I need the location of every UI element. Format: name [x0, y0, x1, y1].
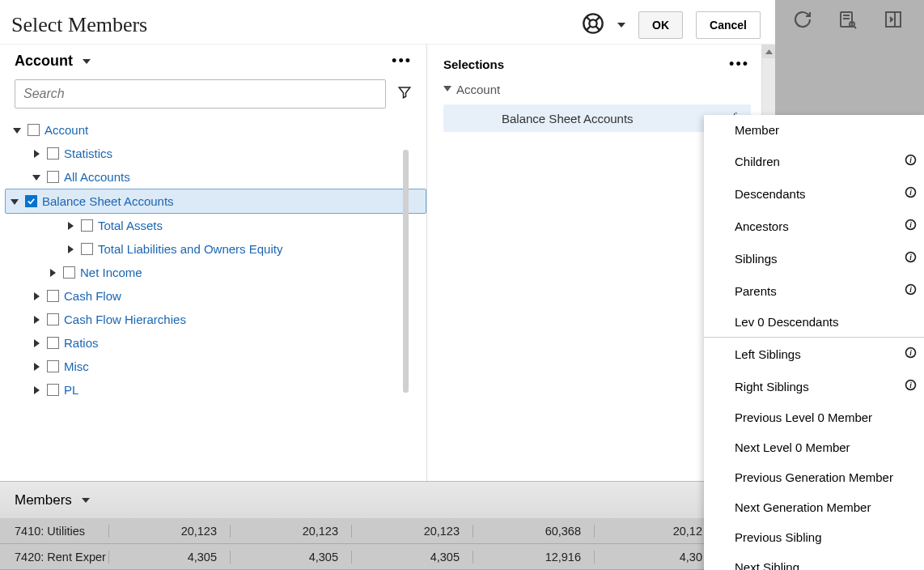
ok-button[interactable]: OK — [638, 11, 683, 39]
tree-item-label: Account — [45, 123, 88, 137]
info-icon[interactable]: i — [904, 185, 918, 202]
tree-item[interactable]: Net Income — [8, 261, 426, 284]
expand-icon[interactable] — [31, 385, 42, 396]
menu-item-label: Left Siblings — [735, 347, 801, 361]
tree-checkbox[interactable] — [81, 243, 93, 255]
search-doc-icon — [837, 8, 859, 31]
collapse-icon[interactable] — [9, 196, 20, 207]
menu-item[interactable]: Left Siblingsi — [704, 338, 924, 370]
menu-item-label: Next Level 0 Member — [735, 440, 850, 454]
search-input[interactable] — [15, 79, 386, 108]
menu-item[interactable]: Next Level 0 Member — [704, 432, 924, 462]
tree-checkbox[interactable] — [47, 171, 59, 183]
tree-checkbox[interactable] — [47, 290, 59, 302]
data-cell: 20,123 — [230, 525, 351, 538]
menu-item[interactable]: Childreni — [704, 145, 924, 177]
tree-checkbox[interactable] — [63, 266, 75, 279]
data-cell: 20,123 — [108, 525, 230, 538]
expand-icon[interactable] — [31, 338, 42, 349]
selection-dimension[interactable]: Account — [443, 79, 751, 104]
menu-item[interactable]: Descendantsi — [704, 177, 924, 210]
svg-line-10 — [596, 27, 600, 31]
filter-icon[interactable] — [397, 85, 412, 103]
cancel-button[interactable]: Cancel — [696, 11, 761, 39]
svg-line-12 — [596, 17, 600, 21]
menu-item-label: Member — [735, 123, 779, 137]
dimension-selector[interactable]: Account — [15, 53, 91, 70]
menu-item-label: Previous Level 0 Member — [735, 410, 872, 424]
tree-item[interactable]: All Accounts — [8, 165, 426, 189]
expand-icon[interactable] — [65, 220, 76, 232]
collapse-icon[interactable] — [11, 125, 23, 136]
expand-icon[interactable] — [31, 291, 42, 302]
tree-item[interactable]: Cash Flow Hierarchies — [8, 308, 426, 331]
data-cell: 4,305 — [230, 551, 351, 564]
info-icon[interactable]: i — [904, 283, 918, 299]
tree-checkbox[interactable] — [47, 360, 59, 372]
info-icon[interactable]: i — [904, 378, 918, 394]
left-more-icon[interactable]: ••• — [392, 53, 412, 70]
menu-item[interactable]: Lev 0 Descendants — [704, 307, 924, 337]
refresh-icon — [791, 8, 814, 31]
tree-checkbox[interactable] — [47, 384, 59, 396]
tree-item-label: Misc — [64, 359, 89, 373]
menu-item-label: Previous Generation Member — [735, 470, 893, 484]
info-icon[interactable]: i — [904, 153, 918, 169]
tree-checkbox[interactable] — [47, 313, 59, 325]
data-cell: 60,368 — [473, 525, 594, 538]
members-caret-icon[interactable] — [82, 498, 90, 503]
collapse-icon[interactable] — [31, 172, 42, 183]
info-icon[interactable]: i — [904, 218, 918, 234]
svg-text:i: i — [909, 381, 912, 389]
tree-item[interactable]: Account — [8, 118, 426, 142]
tree-scrollbar[interactable] — [403, 150, 409, 393]
menu-item[interactable]: Siblingsi — [704, 242, 924, 274]
scroll-up-icon[interactable] — [762, 45, 775, 58]
menu-item[interactable]: Right Siblingsi — [704, 370, 924, 402]
tree-checkbox[interactable] — [47, 337, 59, 349]
members-bar-label: Members — [15, 492, 72, 508]
info-icon[interactable]: i — [904, 346, 918, 362]
tree-item[interactable]: Cash Flow — [8, 284, 426, 308]
right-more-icon[interactable]: ••• — [729, 56, 749, 73]
expand-icon[interactable] — [31, 361, 42, 372]
tree-item[interactable]: Total Liabilities and Owners Equity — [8, 237, 426, 261]
menu-item-label: Siblings — [735, 252, 778, 266]
tree-checkbox[interactable] — [81, 219, 93, 232]
data-cell: 4,30 — [594, 551, 715, 564]
tree-item-label: Balance Sheet Accounts — [42, 194, 174, 208]
svg-text:i: i — [909, 156, 912, 164]
menu-item[interactable]: Previous Generation Member — [704, 462, 924, 492]
menu-item[interactable]: Next Generation Member — [704, 492, 924, 522]
tree-checkbox[interactable] — [28, 124, 40, 136]
tree-checkbox[interactable] — [47, 147, 59, 160]
svg-text:i: i — [909, 349, 912, 357]
menu-item[interactable]: Next Sibling — [704, 552, 924, 570]
tree-item[interactable]: Statistics — [8, 142, 426, 165]
menu-item-label: Descendants — [735, 187, 806, 201]
expand-icon[interactable] — [31, 314, 42, 325]
menu-item[interactable]: Ancestorsi — [704, 210, 924, 242]
svg-text:i: i — [909, 189, 912, 197]
row-label: 7420: Rent Exper — [0, 551, 108, 564]
tree-item[interactable]: PL — [8, 378, 426, 402]
info-icon[interactable]: i — [904, 250, 918, 266]
menu-item[interactable]: Parentsi — [704, 274, 924, 307]
member-tree[interactable]: AccountStatisticsAll AccountsBalance She… — [0, 115, 426, 481]
data-cell: 4,305 — [108, 551, 230, 564]
lifesaver-icon[interactable] — [582, 12, 604, 38]
tree-item-label: Total Liabilities and Owners Equity — [98, 242, 282, 256]
help-dropdown-caret-icon[interactable] — [617, 23, 625, 28]
expand-icon[interactable] — [47, 267, 58, 279]
tree-checkbox[interactable] — [25, 195, 37, 207]
expand-icon[interactable] — [31, 148, 42, 160]
tree-item[interactable]: Ratios — [8, 331, 426, 355]
menu-item-label: Next Generation Member — [735, 500, 871, 514]
tree-item[interactable]: Misc — [8, 355, 426, 378]
menu-item[interactable]: Previous Sibling — [704, 522, 924, 552]
expand-icon[interactable] — [65, 244, 76, 255]
tree-item[interactable]: Total Assets — [8, 214, 426, 237]
menu-item[interactable]: Member — [704, 115, 924, 145]
menu-item[interactable]: Previous Level 0 Member — [704, 402, 924, 432]
tree-item[interactable]: Balance Sheet Accounts — [5, 189, 426, 214]
